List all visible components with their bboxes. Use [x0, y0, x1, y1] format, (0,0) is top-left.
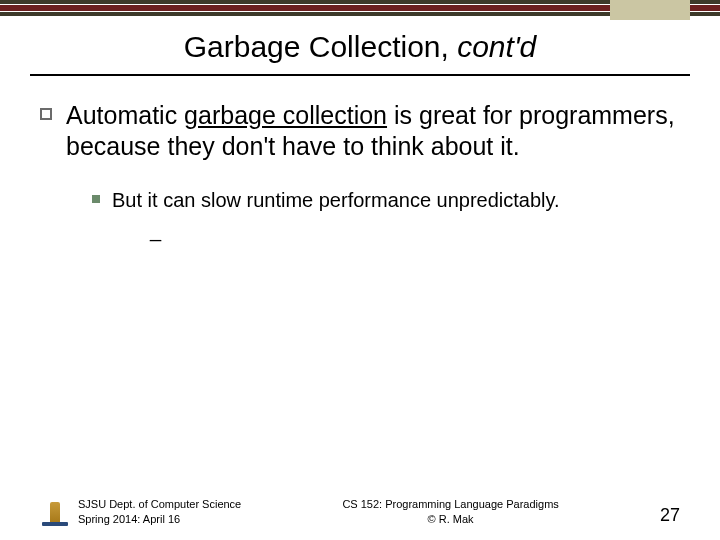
footer-dept-line1: SJSU Dept. of Computer Science [78, 497, 241, 511]
square-bullet-icon [40, 108, 52, 120]
footer-course-line2: © R. Mak [241, 512, 660, 526]
footer-dept-line2: Spring 2014: April 16 [78, 512, 241, 526]
bullet-level1: Automatic garbage collection is great fo… [40, 100, 680, 163]
footer-left: SJSU Dept. of Computer Science Spring 20… [40, 497, 241, 526]
text-prefix: Automatic [66, 101, 184, 129]
sjsu-logo-icon [40, 500, 70, 526]
title-underline [30, 74, 690, 76]
accent-block [610, 0, 690, 20]
slide-title: Garbage Collection, cont'd [184, 30, 537, 70]
bullet-level2: But it can slow runtime performance unpr… [92, 187, 680, 213]
top-accent-bar [0, 0, 720, 22]
title-area: Garbage Collection, cont'd [0, 30, 720, 70]
text-underlined: garbage collection [184, 101, 387, 129]
footer-course: CS 152: Programming Language Paradigms ©… [241, 497, 660, 526]
footer-course-line1: CS 152: Programming Language Paradigms [241, 497, 660, 511]
title-text: Garbage Collection, [184, 30, 458, 63]
page-number: 27 [660, 505, 680, 526]
sub-bullet-text: But it can slow runtime performance unpr… [112, 187, 560, 213]
bullet-level3: _ [150, 219, 680, 242]
solid-bullet-icon [92, 195, 100, 203]
content-area: Automatic garbage collection is great fo… [40, 100, 680, 242]
footer: SJSU Dept. of Computer Science Spring 20… [40, 497, 680, 526]
slide: Garbage Collection, cont'd Automatic gar… [0, 0, 720, 540]
title-italic: cont'd [457, 30, 536, 63]
footer-dept: SJSU Dept. of Computer Science Spring 20… [78, 497, 241, 526]
bullet-text: Automatic garbage collection is great fo… [66, 100, 680, 163]
